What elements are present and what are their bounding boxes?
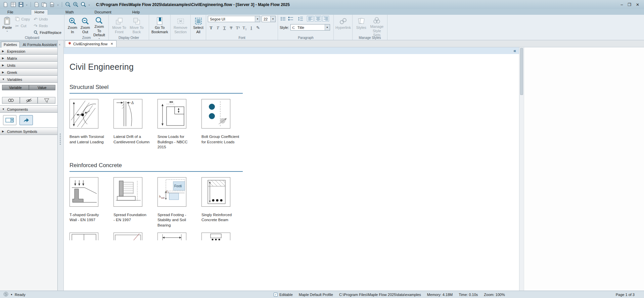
line-spacing-icon[interactable]	[297, 16, 304, 21]
thumbnail-spread-footing[interactable]: Footi t f h soil	[157, 177, 186, 207]
tab-ai-formula-assistant[interactable]: AI Formula Assistant	[20, 42, 59, 48]
tab-home[interactable]: Home	[31, 9, 48, 15]
close-tab-icon[interactable]: ✕	[110, 42, 113, 46]
tab-document[interactable]: Document	[91, 10, 115, 15]
palette-header-components[interactable]: ▼ Components	[0, 106, 57, 113]
variables-filter-button[interactable]	[38, 97, 55, 104]
thumbnail-lateral-drift-column[interactable]: Δ	[113, 99, 142, 129]
copy-button[interactable]: Copy	[14, 16, 31, 22]
tab-file[interactable]: File	[4, 10, 17, 15]
example-link[interactable]: Lateral Drift of a Cantilevered Column	[113, 134, 153, 145]
thumbnail-singly-reinforced-beam[interactable]	[201, 177, 230, 207]
restore-button[interactable]: ❐	[628, 2, 631, 7]
thumbnail-partial-4[interactable]	[201, 233, 230, 240]
variables-column-variable[interactable]: Variable	[2, 85, 29, 90]
collapse-sidebar-icon[interactable]: ‹	[59, 42, 60, 46]
thumbnail-bolt-group-coefficient[interactable]	[201, 99, 230, 129]
server-status-icon[interactable]	[3, 292, 8, 297]
font-size-select[interactable]: 22 ▾	[262, 16, 276, 22]
example-link[interactable]: T-shaped Gravity Wall - EN 1997	[70, 212, 109, 223]
highlight-pencil-icon[interactable]: ✎	[255, 24, 261, 31]
worksheet-page[interactable]: Civil Engineering Structural Steel	[64, 54, 519, 291]
collapse-panel-icon[interactable]: «	[513, 48, 516, 53]
zoom-in-icon[interactable]	[72, 1, 79, 8]
close-button[interactable]: ✕	[636, 2, 639, 7]
export-document-icon[interactable]	[41, 1, 48, 8]
numbered-list-icon[interactable]	[287, 16, 294, 21]
editable-toggle[interactable]: ✓ Editable	[274, 293, 293, 297]
scrollbar-thumb[interactable]	[520, 48, 523, 95]
tab-math[interactable]: Math	[62, 10, 77, 15]
open-examples-grid-icon[interactable]	[10, 1, 16, 8]
palette-header-matrix[interactable]: ▶ Matrix	[0, 55, 57, 62]
example-link[interactable]: Beam with Torsional and Lateral Loading	[70, 134, 109, 145]
zoom-indicator[interactable]: Zoom: 100%	[484, 293, 505, 297]
find-replace-button[interactable]: Find/Replace	[33, 30, 62, 36]
underline-button[interactable]: T	[221, 24, 228, 31]
tab-palettes[interactable]: Palettes	[1, 42, 20, 48]
minimize-button[interactable]: –	[620, 2, 623, 7]
variables-column-value[interactable]: Value	[29, 85, 56, 90]
zoom-level-icon[interactable]	[80, 1, 87, 8]
font-family-select[interactable]: Segoe UI ▾	[208, 16, 260, 22]
save-icon[interactable]	[17, 1, 24, 8]
palette-header-common-symbols[interactable]: ▶ Common Symbols	[0, 128, 57, 135]
splitter-grip[interactable]	[60, 134, 61, 145]
thumbnail-partial-2[interactable]	[113, 233, 142, 240]
thumbnail-spread-foundation[interactable]	[113, 177, 142, 207]
combobox-component-button[interactable]	[3, 115, 16, 125]
zoom-menu-chevron-icon[interactable]: ⌄	[88, 3, 91, 6]
paste-button[interactable]: Paste ⌄	[2, 16, 12, 36]
align-left-icon[interactable]	[307, 16, 314, 21]
palette-header-greek[interactable]: ▶ Greek	[0, 69, 57, 76]
vertical-scrollbar[interactable]	[519, 47, 524, 291]
document-tab[interactable]: CivilEngineering.flow ✕	[65, 40, 117, 47]
bullet-list-icon[interactable]	[280, 16, 286, 21]
print-icon[interactable]	[33, 1, 40, 8]
subscript-button[interactable]: T₁	[241, 24, 248, 31]
example-link[interactable]: Snow Loads for Buildings - NBCC 2015	[157, 134, 197, 150]
text-color-button[interactable]: I	[248, 24, 255, 31]
zoom-in-button[interactable]: Zoom In	[66, 16, 79, 36]
example-link[interactable]: Singly Reinforced Concrete Beam	[201, 212, 241, 223]
align-center-icon[interactable]	[315, 16, 321, 21]
undo-button[interactable]: ↶ Undo	[33, 16, 62, 22]
palette-header-units[interactable]: ▶ Units	[0, 62, 57, 69]
zoom-out-button[interactable]: Zoom Out	[79, 16, 92, 36]
palette-header-expression[interactable]: ▶ Expression	[0, 48, 57, 55]
style-select[interactable]: C Title ▾	[290, 24, 330, 31]
thumbnail-gravity-wall[interactable]	[70, 177, 98, 207]
hyperlink-button[interactable]: Hyperlink	[335, 16, 351, 36]
variables-hide-button[interactable]	[20, 97, 38, 104]
move-to-front-button[interactable]: Move To Front	[110, 16, 128, 36]
align-right-icon[interactable]	[322, 16, 329, 21]
go-to-bookmark-button[interactable]: Go To Bookmark	[151, 16, 169, 36]
palette-header-variables[interactable]: ▼ Variables	[0, 76, 57, 83]
variables-link-button[interactable]	[2, 97, 20, 104]
styles-button[interactable]: Styles	[354, 16, 368, 36]
thumbnail-partial-1[interactable]	[70, 233, 98, 240]
example-link[interactable]: Bolt Group Coefficient for Eccentric Loa…	[201, 134, 241, 145]
thumbnail-partial-3[interactable]	[157, 233, 186, 240]
remove-section-button[interactable]: Remove Section	[172, 16, 189, 36]
thumbnail-beam-torsional-loading[interactable]	[70, 99, 98, 129]
example-link[interactable]: Spread Foundation - EN 1997	[113, 212, 153, 223]
cut-button[interactable]: ✂ Cut	[14, 23, 31, 29]
manage-style-sets-button[interactable]: Manage Style Sets	[368, 16, 385, 36]
sidebar-splitter[interactable]: ‹	[58, 40, 64, 291]
italic-button[interactable]: T	[215, 24, 221, 31]
select-all-button[interactable]: Select All	[192, 16, 204, 36]
redo-button[interactable]: ↷ Redo	[33, 23, 62, 29]
superscript-button[interactable]: T¹	[235, 24, 241, 31]
strikethrough-button[interactable]: T	[228, 24, 234, 31]
page-setup-icon[interactable]	[49, 1, 55, 8]
move-to-back-button[interactable]: Move To Back	[128, 16, 145, 36]
example-link[interactable]: Spread Footing - Stability and Soil Bear…	[157, 212, 197, 228]
document-menu-chevron-icon[interactable]: ⌄	[56, 3, 59, 6]
tab-help[interactable]: Help	[129, 10, 143, 15]
zoom-out-icon[interactable]	[64, 1, 71, 8]
save-menu-chevron-icon[interactable]: ⌄	[25, 3, 28, 6]
zoom-default-button[interactable]: Zoom To Default ⌄	[92, 16, 107, 36]
bold-button[interactable]: T	[208, 24, 214, 31]
editable-checkbox[interactable]: ✓	[274, 293, 278, 297]
